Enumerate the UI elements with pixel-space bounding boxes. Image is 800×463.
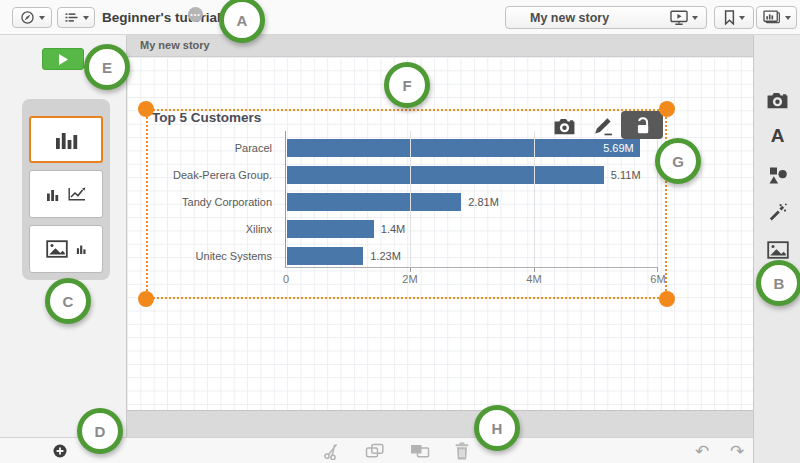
edit-pencil-icon <box>592 115 614 137</box>
slide-thumbnails-panel: 1 2 3 <box>22 99 110 280</box>
bar-chart-small-icon <box>46 188 60 201</box>
app-options-button[interactable]: ••• <box>188 7 203 22</box>
snapshot-library-button[interactable] <box>754 87 800 113</box>
snapshot-camera-icon <box>766 91 789 110</box>
shapes-library-button[interactable] <box>754 162 800 188</box>
line-chart-icon <box>67 186 87 202</box>
slide-thumbnail-1[interactable] <box>29 116 103 163</box>
shapes-icon <box>768 165 788 185</box>
story-panel-icon <box>763 10 781 25</box>
undo-icon: ↶ <box>695 442 709 460</box>
resize-handle-bottom-right[interactable] <box>659 291 675 307</box>
delete-button[interactable] <box>451 441 473 461</box>
cut-button[interactable] <box>321 441 343 461</box>
resize-handle-top-left[interactable] <box>138 101 154 117</box>
story-selector-button[interactable]: My new story <box>505 6 707 29</box>
bar <box>287 166 604 184</box>
scissors-icon <box>323 442 341 460</box>
callout-c: C <box>45 278 91 324</box>
copy-icon <box>365 443 385 459</box>
category-label: Xilinx <box>246 222 272 236</box>
redo-icon: ↷ <box>730 442 744 460</box>
tick-mark <box>657 268 658 272</box>
chevron-down-icon <box>739 16 745 20</box>
navigation-compass-icon <box>20 10 35 25</box>
text-icon: A <box>771 125 785 147</box>
chart-title: Top 5 Customers <box>152 110 261 125</box>
effects-library-button[interactable] <box>754 199 800 225</box>
gridline <box>534 131 535 267</box>
top-toolbar: Beginner's tutorial ••• My new story <box>0 0 800 35</box>
story-tab[interactable]: My new story <box>127 35 753 57</box>
callout-d: D <box>77 408 123 454</box>
value-label: 2.81M <box>468 196 499 208</box>
text-objects-button[interactable]: A <box>754 123 800 149</box>
slide-thumbnail-3[interactable] <box>29 225 103 273</box>
category-label: Unitec Systems <box>196 249 272 263</box>
category-label: Tandy Corporation <box>182 195 272 209</box>
value-label: 5.11M <box>611 169 641 181</box>
redo-button[interactable]: ↷ <box>726 441 748 461</box>
media-image-icon <box>767 241 789 259</box>
trash-icon <box>454 442 470 460</box>
bar <box>287 193 461 211</box>
gridline <box>410 131 411 267</box>
play-presentation-icon <box>670 10 688 26</box>
edit-toolbar: ↶ ↷ <box>127 437 753 463</box>
bar <box>287 247 363 265</box>
edit-snapshot-button[interactable] <box>590 114 616 138</box>
value-label: 1.4M <box>381 223 405 235</box>
chevron-down-icon <box>692 16 698 20</box>
chevron-down-icon <box>785 16 791 20</box>
resize-handle-bottom-left[interactable] <box>138 291 154 307</box>
paste-button[interactable] <box>409 441 431 461</box>
bar <box>287 220 374 238</box>
chevron-down-icon <box>39 16 45 20</box>
canvas-footer-strip <box>127 410 753 437</box>
tick-mark <box>534 268 535 272</box>
plus-icon <box>53 444 67 458</box>
refresh-snapshot-button[interactable] <box>550 114 578 138</box>
unlock-icon <box>632 115 653 136</box>
stories-panel-button[interactable] <box>756 6 797 29</box>
story-list-button[interactable] <box>57 7 95 28</box>
play-icon <box>59 54 68 65</box>
callout-e: E <box>84 44 130 90</box>
category-label: Paracel <box>235 141 272 155</box>
bookmarks-button[interactable] <box>714 6 754 29</box>
copy-button[interactable] <box>364 441 386 461</box>
story-list-icon <box>64 11 79 24</box>
callout-h: H <box>474 405 520 451</box>
chart-category-labels: ParacelDeak-Perera Group.Tandy Corporati… <box>140 131 278 267</box>
resize-handle-top-right[interactable] <box>659 101 675 117</box>
x-tick-label: 0 <box>271 273 301 285</box>
effects-wand-icon <box>768 202 788 222</box>
callout-b: B <box>756 260 800 306</box>
chart-plot: 5.69M5.11M2.81M1.4M1.23M02M4M6M <box>285 131 658 268</box>
value-label: 5.69M <box>603 142 634 154</box>
play-story-button[interactable] <box>42 48 84 70</box>
image-icon <box>45 240 69 258</box>
bar-chart-small-icon <box>76 244 87 254</box>
undo-button[interactable]: ↶ <box>691 441 713 461</box>
snapshot-camera-icon <box>553 117 576 136</box>
story-tools-sidebar: A <box>753 35 800 463</box>
app-title: Beginner's tutorial <box>102 10 221 25</box>
x-tick-label: 4M <box>519 273 549 285</box>
x-tick-label: 6M <box>643 273 673 285</box>
category-label: Deak-Perera Group. <box>173 168 272 182</box>
value-label: 1.23M <box>370 250 401 262</box>
bar <box>287 139 640 157</box>
unlock-button[interactable] <box>621 111 663 139</box>
callout-f: F <box>384 62 430 108</box>
add-slide-button[interactable] <box>49 441 71 461</box>
bookmark-icon <box>724 10 735 25</box>
slide-thumbnail-2[interactable] <box>29 170 103 218</box>
story-selector-label: My new story <box>530 11 609 25</box>
tick-mark <box>410 268 411 272</box>
chevron-down-icon <box>83 16 89 20</box>
callout-g: G <box>655 138 701 184</box>
global-menu-button[interactable] <box>12 7 52 28</box>
bar-chart-icon <box>53 130 79 149</box>
paste-icon <box>410 443 430 459</box>
